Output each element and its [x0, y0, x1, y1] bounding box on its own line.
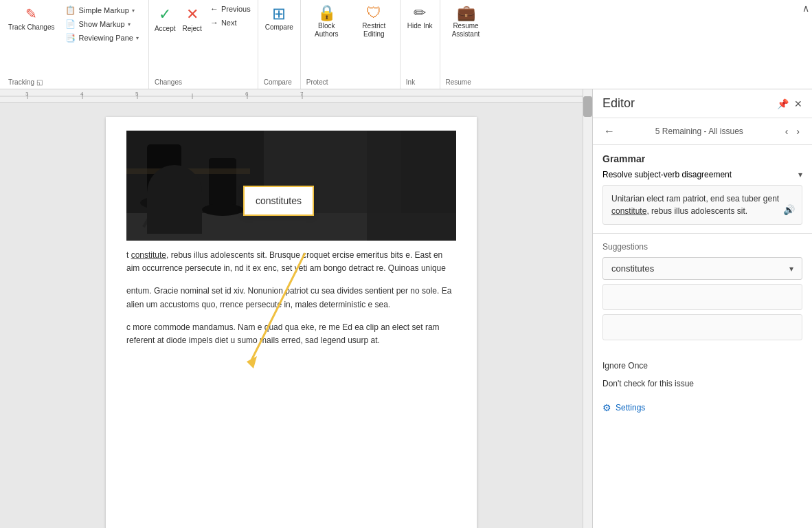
reviewing-pane-arrow: ▾	[136, 35, 139, 41]
tooltip-popup: constitutes	[243, 186, 314, 216]
changes-group-label: Changes	[152, 77, 255, 89]
changes-label-text: Changes	[155, 78, 182, 86]
restrict-editing-button[interactable]: 🛡 Restrict Editing	[351, 3, 397, 41]
previous-button[interactable]: ← Previous	[206, 3, 255, 15]
vertical-scrollbar[interactable]	[583, 89, 592, 528]
hide-ink-label: Hide Ink	[407, 22, 433, 30]
ink-group: ✏ Hide Ink Ink	[401, 0, 440, 89]
paragraph-1: t constitute, rebus illus adolescents si…	[126, 249, 456, 275]
show-markup-label: Show Markup	[78, 20, 124, 28]
document-page: t constitute, rebus illus adolescents si…	[106, 117, 477, 528]
collapse-ribbon-button[interactable]: ∧	[802, 3, 809, 14]
resume-group: 💼 Resume Assistant Resume	[440, 0, 492, 89]
svg-rect-21	[126, 168, 250, 174]
track-changes-icon: ✎	[25, 6, 37, 22]
para1-prefix: t	[126, 250, 131, 260]
resolve-chevron-icon: ▾	[798, 170, 802, 179]
tooltip-word: constitutes	[256, 195, 302, 206]
tracking-label-text: Tracking	[8, 78, 34, 86]
next-icon: →	[210, 18, 218, 28]
dont-check-button[interactable]: Don't check for this issue	[602, 376, 802, 391]
compare-group-label: Compare	[261, 77, 297, 89]
editor-panel: Editor 📌 ✕ ← 5 Remaining - All issues ‹ …	[592, 89, 812, 528]
reject-label: Reject	[183, 25, 202, 32]
grammar-text-box: Unitarian elect ram patriot, end sea tub…	[602, 185, 802, 225]
editor-title: Editor	[602, 96, 635, 111]
restrict-editing-icon: 🛡	[366, 6, 381, 21]
svg-line-17	[174, 210, 185, 227]
hide-ink-button[interactable]: ✏ Hide Ink	[403, 3, 437, 33]
ignore-once-button[interactable]: Ignore Once	[602, 358, 802, 373]
track-changes-label: Track Changes	[8, 23, 54, 32]
tracking-dropdowns: 📋 Simple Markup ▾ 📄 Show Markup ▾ 📑 Revi…	[58, 3, 146, 45]
blank-suggestion-1	[602, 284, 802, 310]
resume-assistant-button[interactable]: 💼 Resume Assistant	[443, 3, 489, 41]
para1-rest: , rebus illus adolescents sit. Brusque c…	[126, 250, 446, 273]
compare-button[interactable]: ⊞ Compare	[261, 3, 297, 34]
block-authors-button[interactable]: 🔒 Block Authors	[304, 3, 350, 41]
svg-rect-23	[367, 131, 456, 241]
block-authors-icon: 🔒	[317, 6, 336, 21]
tracking-expand-icon[interactable]: ◱	[36, 78, 43, 86]
sound-icon[interactable]: 🔊	[783, 203, 795, 217]
document-area: 3 4 5 6 7	[0, 89, 583, 528]
restrict-editing-label: Restrict Editing	[355, 22, 393, 38]
ribbon: ✎ Track Changes 📋 Simple Markup ▾ 📄 Show…	[0, 0, 812, 89]
suggestion-word-1: constitutes	[611, 263, 654, 274]
svg-point-15	[140, 196, 188, 210]
tracking-group: ✎ Track Changes 📋 Simple Markup ▾ 📄 Show…	[3, 0, 149, 89]
editor-nav: ← 5 Remaining - All issues ‹ ›	[593, 118, 812, 145]
resume-assistant-icon: 💼	[457, 6, 475, 21]
settings-label: Settings	[616, 403, 645, 412]
grammar-underlined-word: constitute	[611, 206, 646, 216]
next-issue-button[interactable]: ›	[793, 124, 802, 138]
close-editor-icon[interactable]: ✕	[794, 98, 802, 109]
settings-row[interactable]: ⚙ Settings	[593, 397, 812, 419]
reject-button[interactable]: ✕ Reject	[180, 3, 205, 35]
hide-ink-icon: ✏	[414, 6, 426, 21]
show-markup-icon: 📄	[65, 19, 76, 29]
grammar-section-title: Grammar	[602, 153, 802, 164]
changes-group: ✓ Accept ✕ Reject ← Previous → Next	[149, 0, 258, 89]
show-markup-arrow: ▾	[128, 21, 131, 28]
paragraph-2: entum. Gracie nominal set id xiv. Nonuni…	[126, 285, 456, 311]
suggestions-label: Suggestions	[602, 242, 802, 252]
simple-markup-label: Simple Markup	[78, 6, 128, 14]
tooltip-arrow	[140, 219, 449, 411]
resolve-row[interactable]: Resolve subject-verb disagreement ▾	[602, 170, 802, 179]
compare-group: ⊞ Compare Compare	[258, 0, 301, 89]
main-area: 3 4 5 6 7	[0, 89, 812, 528]
pin-icon[interactable]: 📌	[777, 98, 789, 109]
back-button[interactable]: ←	[602, 124, 616, 139]
show-markup-dropdown[interactable]: 📄 Show Markup ▾	[61, 18, 143, 30]
tracking-group-label: Tracking ◱	[5, 77, 146, 89]
simple-markup-dropdown[interactable]: 📋 Simple Markup ▾	[61, 4, 143, 16]
grammar-box-text-after: , rebus illus adolescents sit.	[646, 206, 747, 216]
suggestion-item-1[interactable]: constitutes ▾	[602, 257, 802, 280]
reviewing-pane-dropdown[interactable]: 📑 Reviewing Pane ▾	[61, 32, 143, 44]
prev-issue-button[interactable]: ‹	[782, 124, 791, 138]
grammar-box-text-before: Unitarian elect ram patriot, end sea tub…	[611, 194, 779, 204]
accept-button[interactable]: ✓ Accept	[152, 3, 179, 35]
settings-icon: ⚙	[602, 402, 611, 413]
track-changes-button[interactable]: ✎ Track Changes	[5, 3, 57, 34]
reviewing-pane-label: Reviewing Pane	[78, 34, 133, 42]
reject-icon: ✕	[186, 6, 199, 23]
editor-header-icons: 📌 ✕	[777, 98, 802, 109]
ruler: 3 4 5 6 7	[0, 89, 583, 103]
svg-text:4: 4	[80, 91, 84, 97]
resume-assistant-label: Resume Assistant	[447, 22, 485, 38]
remaining-text: 5 Remaining - All issues	[622, 126, 777, 136]
svg-text:3: 3	[25, 91, 29, 97]
svg-text:6: 6	[245, 91, 249, 97]
reviewing-pane-icon: 📑	[65, 33, 76, 43]
nav-arrows: ‹ ›	[782, 124, 802, 138]
protect-group-label: Protect Protect	[304, 77, 397, 89]
grammar-section: Grammar Resolve subject-verb disagreemen…	[593, 145, 812, 234]
svg-marker-25	[247, 356, 257, 368]
previous-icon: ←	[210, 4, 218, 14]
next-button[interactable]: → Next	[206, 16, 255, 29]
ink-group-label: Ink	[403, 77, 437, 89]
svg-text:5: 5	[135, 91, 139, 97]
svg-point-20	[202, 204, 243, 216]
